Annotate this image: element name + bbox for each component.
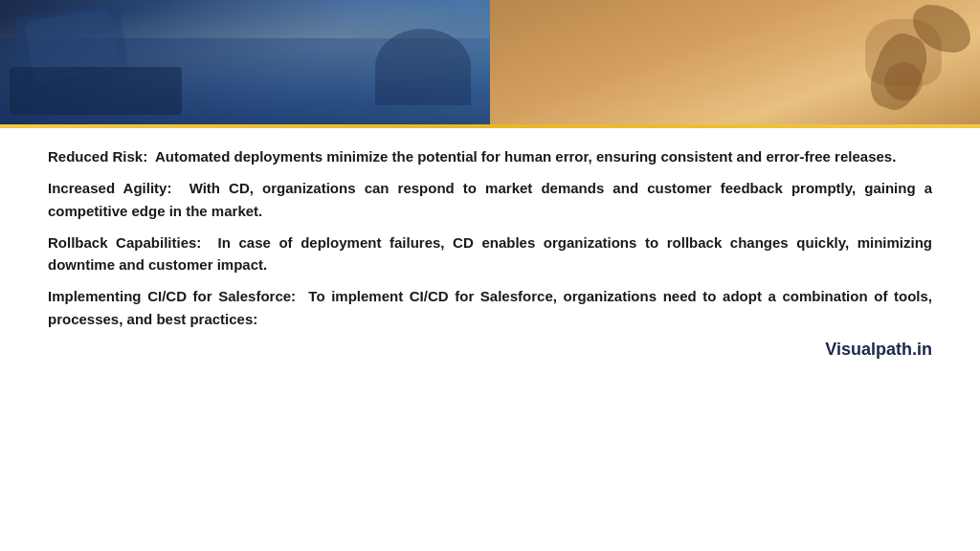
content-section: Reduced Risk: Automated deployments mini… [0,128,980,551]
page-wrapper: Reduced Risk: Automated deployments mini… [0,0,980,551]
block4-label: Implementing CI/CD for Salesforce: [48,288,296,304]
block2-text: With CD, organizations can respond to ma… [48,180,932,218]
block2-label: Increased Agility: [48,180,171,196]
block-implementing: Implementing CI/CD for Salesforce: To im… [48,285,932,330]
block1-text: Automated deployments minimize the poten… [155,148,896,165]
block-increased-agility: Increased Agility: With CD, organization… [48,177,932,222]
brand-watermark: Visualpath.in [48,340,932,360]
block3-label: Rollback Capabilities: [48,234,201,251]
hero-image [0,0,980,124]
block1-label: Reduced Risk: [48,148,147,165]
hero-left-image [0,0,490,124]
hero-right-image [490,0,980,124]
brand-name: Visualpath.in [825,340,932,359]
block-rollback: Rollback Capabilities: In case of deploy… [48,231,932,276]
block-reduced-risk: Reduced Risk: Automated deployments mini… [48,145,932,167]
